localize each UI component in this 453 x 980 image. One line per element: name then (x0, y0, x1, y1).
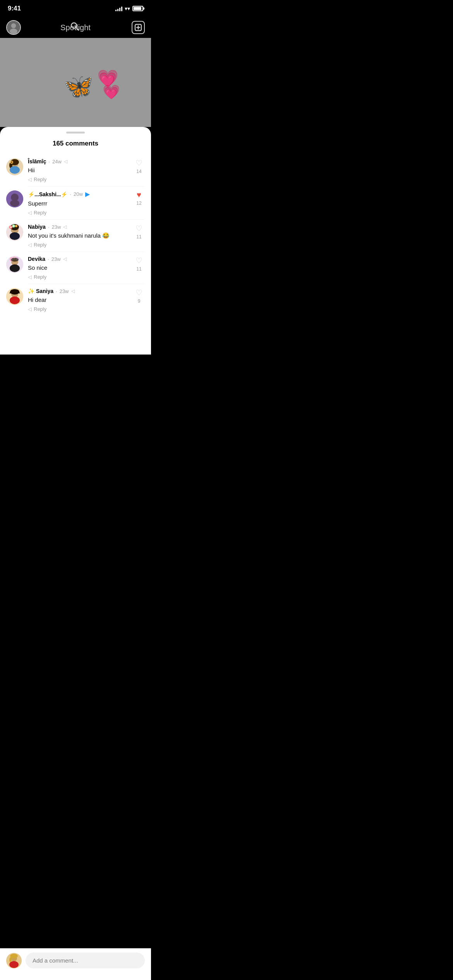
comment-item: Nabiya · 23w ◁ Not you it's sukhmani nar… (0, 220, 151, 252)
avatar[interactable] (6, 256, 23, 273)
svg-point-24 (13, 225, 14, 227)
reply-button[interactable]: ◁ Reply (28, 274, 129, 280)
reply-arrow-icon: ◁ (28, 306, 32, 312)
page-title: Spotlight (60, 23, 91, 32)
comment-header: Devika · 23w ◁ (28, 256, 129, 262)
svg-point-26 (10, 232, 20, 240)
avatar[interactable] (6, 224, 23, 241)
reply-label: Reply (34, 306, 46, 312)
svg-point-14 (10, 166, 20, 174)
svg-point-25 (15, 225, 17, 227)
reply-arrow-icon: ◁ (28, 274, 32, 280)
comment-body: ⚡...Sakshi...⚡ · 20w ▶ Superrr ◁ Reply (28, 190, 129, 216)
svg-point-42 (10, 296, 20, 304)
like-count: 11 (136, 234, 141, 240)
reply-button[interactable]: ◁ Reply (28, 176, 129, 182)
share-icon[interactable]: ◁ (64, 159, 67, 164)
avatar-image (6, 288, 23, 305)
comment-username: ⚡...Sakshi...⚡ (28, 191, 67, 197)
comment-body: Îslāmîç · 24w ◁ Hii ◁ Reply (28, 158, 129, 182)
reply-label: Reply (34, 274, 46, 280)
avatar-image (6, 256, 23, 273)
comment-body: Devika · 23w ◁ So nice ◁ Reply (28, 256, 129, 280)
like-count: 12 (136, 200, 141, 206)
comment-text: Hi dear (28, 296, 129, 304)
comment-likes[interactable]: ♡ 9 (133, 288, 145, 304)
comment-item: Devika · 23w ◁ So nice ◁ Reply ♡ 11 (0, 252, 151, 284)
share-icon[interactable]: ◁ (63, 224, 67, 230)
heart-icon: ♡ (136, 256, 142, 265)
reply-label: Reply (34, 210, 46, 216)
status-bar: 9:41 ▾▾ (0, 0, 151, 17)
heart-icon: ♡ (136, 158, 142, 168)
comment-header: Nabiya · 23w ◁ (28, 224, 129, 230)
comment-header: ✨ Saniya · 23w ◁ (28, 288, 129, 294)
svg-point-13 (11, 161, 12, 163)
avatar-image (6, 224, 23, 241)
comment-username: ✨ Saniya (28, 288, 53, 294)
comment-text: So nice (28, 264, 129, 272)
comment-body: ✨ Saniya · 23w ◁ Hi dear ◁ Reply (28, 288, 129, 312)
video-content: 🦋 💗 💗 (0, 38, 151, 127)
comments-count: 165 comments (0, 137, 151, 154)
avatar[interactable] (6, 158, 23, 175)
like-count: 14 (136, 169, 141, 174)
comment-username: Nabiya (28, 224, 46, 230)
comment-time: 23w (51, 256, 61, 262)
heart-icon: ♥ (137, 190, 141, 199)
video-emoji-overlay: 🦋 💗 💗 (63, 72, 120, 100)
comment-likes[interactable]: ♡ 11 (133, 224, 145, 240)
avatar-image (6, 190, 23, 207)
svg-point-17 (10, 200, 19, 207)
svg-point-36 (10, 264, 20, 272)
header: Spotlight (0, 17, 151, 38)
comment-time: 20w (74, 191, 83, 197)
reply-button[interactable]: ◁ Reply (28, 306, 129, 312)
signal-icon (115, 6, 122, 11)
heart-icon: ♡ (136, 288, 142, 297)
butterfly-emoji: 🦋 (63, 72, 93, 100)
user-avatar[interactable] (6, 20, 21, 35)
svg-point-2 (10, 29, 17, 34)
creator-badge-icon: ▶ (85, 190, 90, 198)
comment-likes[interactable]: ♥ 12 (133, 190, 145, 206)
comment-username: Devika (28, 256, 45, 262)
status-icons: ▾▾ (115, 5, 143, 12)
hearts-emoji: 💗 💗 (97, 72, 120, 100)
comment-time: 23w (52, 224, 61, 230)
svg-point-22 (10, 226, 12, 228)
battery-icon (132, 6, 143, 11)
header-right (132, 21, 145, 34)
comments-sheet: 165 comments Îslāmîç · (0, 127, 151, 355)
reply-label: Reply (34, 176, 46, 182)
like-count: 9 (138, 298, 141, 304)
like-count: 11 (136, 266, 141, 272)
reply-button[interactable]: ◁ Reply (28, 210, 129, 216)
avatar-image (7, 21, 20, 34)
comment-item: Îslāmîç · 24w ◁ Hii ◁ Reply ♡ 14 (0, 154, 151, 186)
avatar[interactable] (6, 190, 23, 207)
comment-header: Îslāmîç · 24w ◁ (28, 158, 129, 164)
comment-body: Nabiya · 23w ◁ Not you it's sukhmani nar… (28, 224, 129, 248)
avatar[interactable] (6, 288, 23, 305)
wifi-icon: ▾▾ (125, 5, 130, 12)
comment-item: ✨ Saniya · 23w ◁ Hi dear ◁ Reply ♡ 9 (0, 284, 151, 316)
video-preview[interactable]: 🦋 💗 💗 (0, 38, 151, 127)
reply-arrow-icon: ◁ (28, 176, 32, 182)
create-button[interactable] (132, 21, 145, 34)
reply-label: Reply (34, 242, 46, 248)
comment-likes[interactable]: ♡ 11 (133, 256, 145, 272)
reply-button[interactable]: ◁ Reply (28, 242, 129, 248)
status-time: 9:41 (8, 5, 21, 12)
svg-point-41 (10, 289, 19, 295)
share-icon[interactable]: ◁ (71, 288, 75, 294)
share-icon[interactable]: ◁ (63, 256, 67, 262)
comment-text: Superrr (28, 199, 129, 207)
reply-arrow-icon: ◁ (28, 210, 32, 216)
sheet-handle[interactable] (0, 127, 151, 137)
comment-header: ⚡...Sakshi...⚡ · 20w ▶ (28, 190, 129, 198)
svg-point-1 (11, 23, 16, 28)
comment-likes[interactable]: ♡ 14 (133, 158, 145, 174)
reply-arrow-icon: ◁ (28, 242, 32, 248)
handle-bar (66, 132, 85, 134)
